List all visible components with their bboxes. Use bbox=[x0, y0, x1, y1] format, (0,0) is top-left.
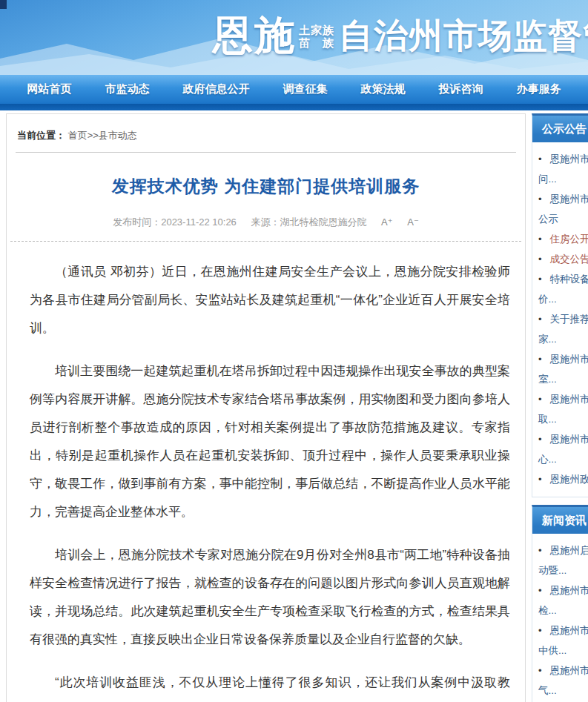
article-source: 来源：湖北特检院恩施分院 bbox=[251, 216, 366, 228]
list-item[interactable]: 恩施州市 室... bbox=[538, 349, 588, 389]
article-body: （通讯员 邓初芬）近日，在恩施州住建局安全生产会议上，恩施分院安排检验师为各县市… bbox=[7, 242, 525, 702]
sidebar: 公示公告 恩施州市 问... 恩施州市 公示 住房公开 成交公告 特种设备 bbox=[532, 113, 588, 702]
list-item[interactable]: 恩施州市 取... bbox=[538, 389, 588, 429]
site-title-ethnic: 土家族 苗 族 bbox=[299, 24, 334, 49]
list-item[interactable]: 恩施州市 检... bbox=[538, 580, 588, 620]
list-item[interactable]: 关于推荐 家... bbox=[538, 309, 588, 349]
list-item[interactable]: 恩施州市 问... bbox=[538, 149, 588, 189]
page: 恩施 土家族 苗 族 自治州市场监督管理局 网站首页 市监动态 政府信息公开 调… bbox=[0, 0, 588, 702]
breadcrumb-label: 当前位置： bbox=[17, 130, 65, 141]
font-increase-button[interactable]: A⁺ bbox=[381, 216, 393, 228]
list-item[interactable]: 恩施州市 中供... bbox=[538, 620, 588, 660]
article-paragraph: “此次培训收益匪浅，不仅从理论上懂得了很多知识，还让我们从案例中汲取教训，规避安… bbox=[30, 669, 510, 702]
font-decrease-button[interactable]: A⁻ bbox=[407, 216, 419, 228]
site-title-rest: 自治州市场监督管理局 bbox=[339, 13, 588, 59]
article-paragraph: 培训会上，恩施分院技术专家对恩施分院在9月份对全州8县市“两工地”特种设备抽样安… bbox=[30, 541, 510, 654]
article-paragraph: （通讯员 邓初芬）近日，在恩施州住建局安全生产会议上，恩施分院安排检验师为各县市… bbox=[30, 258, 510, 342]
nav-item-home[interactable]: 网站首页 bbox=[27, 82, 72, 96]
nav-item-complaint[interactable]: 投诉咨询 bbox=[439, 82, 483, 96]
list-item[interactable]: 恩施州政 bbox=[538, 469, 588, 489]
notices-panel-title: 公示公告 bbox=[532, 116, 588, 142]
list-item[interactable]: 恩施州启 动暨... bbox=[538, 540, 588, 580]
notices-list: 恩施州市 问... 恩施州市 公示 住房公开 成交公告 特种设备 价... bbox=[532, 142, 588, 497]
nav-bottom-strip bbox=[0, 104, 588, 110]
list-item[interactable]: 特种设备 价... bbox=[538, 269, 588, 309]
corner-mark bbox=[0, 0, 7, 9]
article-meta: 发布时间：2023-11-22 10:26 来源：湖北特检院恩施分院 A⁺ A⁻ bbox=[7, 216, 525, 229]
notices-panel: 公示公告 恩施州市 问... 恩施州市 公示 住房公开 成交公告 特种设备 bbox=[532, 113, 588, 497]
main-nav: 网站首页 市监动态 政府信息公开 调查征集 政策法规 投诉咨询 办事服务 bbox=[0, 75, 588, 104]
breadcrumb-path[interactable]: 首页>>县市动态 bbox=[68, 130, 137, 141]
news-panel-title: 新闻资讯 bbox=[532, 507, 588, 534]
breadcrumb-divider bbox=[16, 152, 516, 153]
news-panel: 新闻资讯 恩施州启 动暨... 恩施州市 检... 恩施州市 中供... 恩施州… bbox=[532, 505, 588, 702]
article-title: 发挥技术优势 为住建部门提供培训服务 bbox=[7, 175, 525, 198]
nav-item-services[interactable]: 办事服务 bbox=[517, 82, 561, 96]
site-banner: 恩施 土家族 苗 族 自治州市场监督管理局 bbox=[0, 0, 588, 75]
nav-item-survey[interactable]: 调查征集 bbox=[283, 82, 328, 96]
news-list: 恩施州启 动暨... 恩施州市 检... 恩施州市 中供... 恩施州市 气..… bbox=[532, 534, 588, 702]
nav-item-info-disclosure[interactable]: 政府信息公开 bbox=[183, 82, 250, 96]
nav-item-policy[interactable]: 政策法规 bbox=[361, 82, 406, 96]
publish-time: 发布时间：2023-11-22 10:26 bbox=[113, 216, 237, 228]
list-item[interactable]: 恩施州市 公示 bbox=[538, 189, 588, 229]
nav-item-dynamics[interactable]: 市监动态 bbox=[105, 82, 150, 96]
list-item[interactable]: 住房公开 bbox=[538, 229, 588, 249]
site-title-main: 恩施 bbox=[213, 9, 296, 63]
site-title: 恩施 土家族 苗 族 自治州市场监督管理局 bbox=[213, 9, 588, 63]
breadcrumb: 当前位置： 首页>>县市动态 bbox=[7, 114, 525, 152]
article-paragraph: 培训主要围绕一起建筑起重机在塔吊拆卸过程中因违规操作出现安全事故的典型案例等内容… bbox=[30, 357, 510, 526]
list-item[interactable]: 恩施州市 心... bbox=[538, 429, 588, 469]
list-item[interactable]: 恩施州市 气... bbox=[538, 660, 588, 701]
article-container: 当前位置： 首页>>县市动态 发挥技术优势 为住建部门提供培训服务 发布时间：2… bbox=[6, 113, 526, 702]
list-item[interactable]: 成交公告 bbox=[538, 249, 588, 269]
